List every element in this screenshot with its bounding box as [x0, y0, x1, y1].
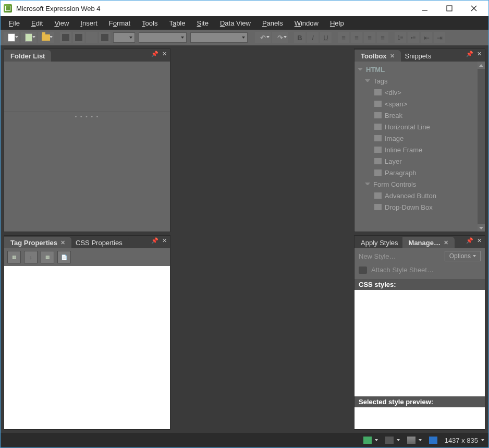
new-page-button[interactable]: [4, 32, 19, 43]
tab-close-icon[interactable]: ✕: [60, 239, 65, 246]
styles-panel: Apply Styles Manage…✕ 📌 ✕ New Style… Opt…: [354, 235, 485, 430]
new-site-button[interactable]: [21, 32, 36, 43]
menu-edit[interactable]: Edit: [26, 18, 48, 29]
alphabetical-button[interactable]: ↓: [24, 251, 38, 263]
close-icon[interactable]: ✕: [161, 51, 168, 57]
tab-snippets[interactable]: Snippets: [399, 50, 438, 62]
summary-icon: 📄: [61, 255, 67, 260]
toolbox-item-break[interactable]: Break: [357, 110, 482, 121]
status-browser[interactable]: [429, 437, 437, 444]
align-left-button[interactable]: ≡: [338, 32, 349, 43]
tab-close-icon[interactable]: ✕: [390, 53, 395, 59]
toolbox-item-image[interactable]: Image: [357, 132, 482, 144]
menubar: File Edit View Insert Format Tools Table…: [1, 16, 488, 30]
align-right-button[interactable]: ≡: [364, 32, 375, 43]
bold-button[interactable]: B: [294, 32, 305, 43]
pin-icon[interactable]: 📌: [151, 51, 158, 57]
menu-tools[interactable]: Tools: [137, 18, 163, 29]
tab-folder-list[interactable]: Folder List: [4, 50, 51, 62]
toolbox-scrollbar[interactable]: [478, 62, 485, 232]
tab-tag-properties[interactable]: Tag Properties✕: [4, 237, 71, 248]
toolbox-item-hr[interactable]: Horizontal Line: [357, 121, 482, 132]
menu-site[interactable]: Site: [192, 18, 214, 29]
item-label: Advanced Button: [385, 192, 436, 200]
menu-insert[interactable]: Insert: [75, 18, 103, 29]
status-dimensions[interactable]: 1437 x 835: [445, 437, 484, 444]
menu-table[interactable]: Table: [164, 18, 190, 29]
fontsize-combo[interactable]: [190, 32, 248, 43]
save-button[interactable]: [60, 32, 71, 43]
status-schema[interactable]: [385, 437, 400, 444]
align-center-icon: ≡: [354, 34, 359, 42]
minimize-button[interactable]: [413, 1, 436, 16]
attach-stylesheet-link[interactable]: Attach Style Sheet…: [371, 266, 434, 274]
summary-button[interactable]: 📄: [57, 251, 71, 263]
toolbox-item-layer[interactable]: Layer: [357, 155, 482, 167]
tab-css-properties[interactable]: CSS Properties: [69, 237, 129, 248]
menu-panels[interactable]: Panels: [257, 18, 288, 29]
svg-rect-1: [447, 6, 452, 11]
tab-close-icon[interactable]: ✕: [444, 239, 448, 246]
align-center-button[interactable]: ≡: [351, 32, 362, 43]
menu-dataview[interactable]: Data View: [215, 18, 256, 29]
maximize-button[interactable]: [437, 1, 461, 16]
toolbox-item-adv-button[interactable]: Advanced Button: [357, 190, 482, 201]
underline-button[interactable]: U: [320, 32, 332, 43]
menu-format[interactable]: Format: [104, 18, 136, 29]
toolbox-item-dropdown[interactable]: Drop-Down Box: [357, 201, 482, 213]
toolbox-item-iframe[interactable]: Inline Frame: [357, 144, 482, 155]
tab-apply-styles[interactable]: Apply Styles: [354, 237, 405, 248]
menu-file[interactable]: File: [4, 18, 25, 29]
new-style-link[interactable]: New Style…: [359, 252, 396, 260]
status-doctype[interactable]: [363, 437, 378, 444]
justify-button[interactable]: ≡: [377, 32, 388, 43]
indent-button[interactable]: ⇥: [434, 32, 445, 43]
browser-icon: [429, 437, 437, 444]
menu-window[interactable]: Window: [289, 18, 324, 29]
redo-button[interactable]: ↷: [272, 32, 288, 43]
list-ol-button[interactable]: 1≡: [395, 32, 406, 43]
css-styles-list[interactable]: [354, 290, 485, 396]
undo-button[interactable]: ↶: [255, 32, 271, 43]
scroll-down-icon[interactable]: [478, 224, 485, 232]
toolbox-item-paragraph[interactable]: Paragraph: [357, 167, 482, 178]
item-label: Inline Frame: [385, 146, 422, 154]
alphabetical-icon: ↓: [29, 254, 32, 260]
tab-toolbox[interactable]: Toolbox✕: [354, 50, 401, 62]
tree-node-html[interactable]: HTML: [357, 64, 482, 75]
pin-icon[interactable]: 📌: [151, 237, 158, 244]
toolbox-item-span[interactable]: <span>: [357, 98, 482, 110]
open-button[interactable]: [38, 32, 54, 43]
close-icon[interactable]: ✕: [475, 51, 483, 57]
scroll-up-icon[interactable]: [478, 62, 485, 69]
list-ul-button[interactable]: •≡: [408, 32, 419, 43]
iframe-icon: [374, 147, 382, 153]
font-combo[interactable]: [139, 32, 187, 43]
bold-icon: B: [297, 34, 302, 42]
pin-icon[interactable]: 📌: [466, 237, 473, 244]
status-visual[interactable]: [407, 437, 422, 444]
tab-manage-styles[interactable]: Manage…✕: [402, 237, 455, 248]
options-button[interactable]: Options: [445, 251, 481, 261]
tree-node-form-controls[interactable]: Form Controls: [357, 178, 482, 190]
snapshot-button[interactable]: [99, 32, 111, 43]
new-site-icon: [25, 33, 32, 42]
tree-node-tags[interactable]: Tags: [357, 75, 482, 87]
categorized-button[interactable]: ▦: [7, 251, 21, 263]
close-icon[interactable]: ✕: [475, 237, 483, 244]
show-set-button[interactable]: ▦: [41, 251, 54, 263]
splitter-handle[interactable]: • • • • •: [75, 114, 100, 119]
menu-view[interactable]: View: [49, 18, 74, 29]
menu-help[interactable]: Help: [325, 18, 349, 29]
outdent-button[interactable]: ⇤: [421, 32, 432, 43]
close-icon[interactable]: ✕: [161, 237, 168, 244]
sp-button[interactable]: [86, 32, 97, 43]
workspace: Folder List 📌 ✕ • • • • • Tag Properties…: [1, 45, 488, 433]
close-button[interactable]: [462, 1, 485, 16]
preview-button[interactable]: [73, 32, 84, 43]
indent-icon: ⇥: [437, 34, 443, 42]
pin-icon[interactable]: 📌: [466, 51, 473, 57]
italic-button[interactable]: I: [307, 32, 319, 43]
style-combo[interactable]: [113, 32, 135, 43]
toolbox-item-div[interactable]: <div>: [357, 87, 482, 98]
